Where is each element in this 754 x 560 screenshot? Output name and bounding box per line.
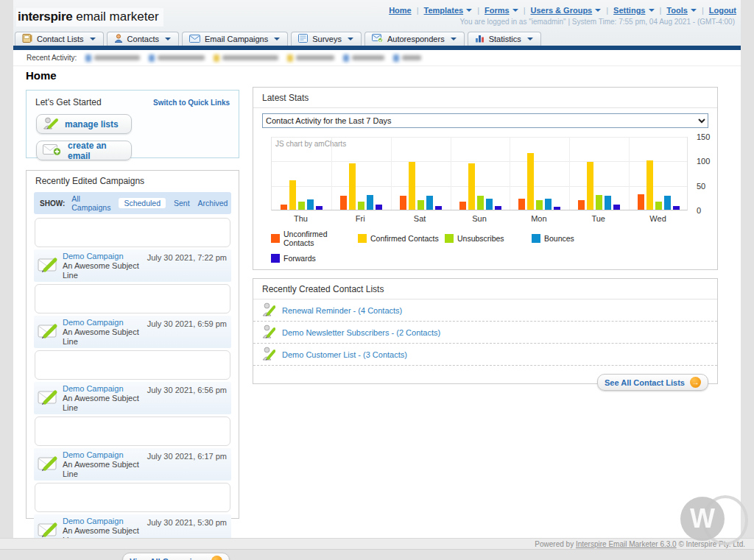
legend-swatch — [358, 234, 367, 243]
empty-campaign-slot — [35, 417, 230, 446]
recent-activity-item-redacted[interactable] — [287, 54, 334, 62]
bar-sun-unsubscribes — [477, 196, 484, 210]
toplink-settings[interactable]: Settings — [613, 6, 654, 15]
empty-campaign-slot — [35, 350, 230, 380]
recent-activity-item-text-redacted — [352, 55, 384, 60]
filter-all-campaigns[interactable]: All Campaigns — [71, 194, 110, 212]
recent-activity-item-redacted[interactable] — [214, 54, 278, 62]
recent-activity-label: Recent Activity: — [27, 54, 77, 62]
recent-activity-item-redacted[interactable] — [85, 54, 140, 62]
campaigns-list: Demo CampaignAn Awesome Subject LineJuly… — [34, 218, 231, 547]
switch-to-quick-links-link[interactable]: Switch to Quick Links — [153, 99, 230, 107]
campaign-date: July 30 2021, 6:56 pm — [147, 386, 227, 394]
gridline-x — [569, 137, 570, 210]
toplink-tools[interactable]: Tools — [666, 6, 697, 15]
statistics-icon — [475, 34, 485, 44]
create-email-button[interactable]: create an email — [36, 141, 132, 160]
bar-fri-unsubscribes — [358, 202, 364, 210]
toplink-home[interactable]: Home — [389, 6, 412, 15]
stats-period-select[interactable]: Contact Activity for the Last 7 Days — [262, 113, 708, 128]
stats-panel-title: Latest Stats — [253, 88, 717, 108]
contact-list-link-renewal-reminder[interactable]: Renewal Reminder - (4 Contacts) — [282, 306, 402, 315]
page-title: Home — [26, 69, 57, 82]
bar-mon-forwards — [554, 207, 560, 210]
gridline-x — [629, 137, 630, 210]
recent-activity-item-icon — [85, 54, 91, 62]
empty-campaign-slot — [35, 284, 230, 313]
view-all-campaigns-button[interactable]: View All Campaigns → — [122, 553, 230, 560]
gridline-y-100 — [272, 161, 687, 162]
campaign-info: Demo CampaignAn Awesome Subject Line — [63, 384, 147, 413]
filter-scheduled[interactable]: Scheduled — [119, 198, 166, 208]
campaign-name-link[interactable]: Demo Campaign — [63, 517, 147, 526]
bar-mon-confirmed-contacts — [527, 153, 534, 210]
tab-label: Contacts — [127, 35, 159, 43]
chart-plot: JS chart by amCharts — [271, 137, 688, 210]
gridline-x — [451, 137, 451, 210]
campaign-name-link[interactable]: Demo Campaign — [63, 384, 147, 394]
campaign-name-link[interactable]: Demo Campaign — [63, 318, 147, 327]
person-pencil-icon — [262, 325, 275, 340]
tab-email-campaigns[interactable]: Email Campaigns — [182, 32, 288, 46]
recent-activity-item-redacted[interactable] — [393, 54, 421, 62]
campaigns-filter-bar: SHOW: All CampaignsScheduledSentArchived — [34, 192, 231, 214]
empty-campaign-slot — [35, 218, 230, 247]
recent-activity-item-text-redacted — [296, 55, 334, 60]
person-pencil-icon — [262, 302, 275, 318]
arrow-right-icon: → — [211, 556, 222, 560]
bar-wed-bounces — [664, 196, 671, 210]
main-nav-tabs: Contact ListsContactsEmail CampaignsSurv… — [15, 32, 541, 46]
toplink-templates[interactable]: Templates — [424, 6, 473, 15]
contact-list-link-demo-customer-list[interactable]: Demo Customer List - (3 Contacts) — [282, 350, 407, 359]
login-status: You are logged in as "iemadmin" | System… — [460, 18, 735, 26]
logo-rest-text: email marketer — [72, 10, 158, 24]
tab-statistics[interactable]: Statistics — [468, 32, 541, 46]
legend-label: Confirmed Contacts — [370, 234, 439, 243]
contact-list-link-demo-newsletter-subscribers[interactable]: Demo Newsletter Subscribers - (2 Contact… — [282, 328, 440, 337]
bar-thu-unsubscribes — [298, 202, 305, 210]
chevron-down-icon — [348, 38, 353, 40]
tab-contacts[interactable]: Contacts — [107, 32, 179, 46]
campaign-subject: An Awesome Subject Line — [63, 460, 147, 479]
campaign-envelope-icon — [38, 257, 58, 276]
bar-tue-confirmed-contacts — [587, 162, 593, 210]
recent-activity-item-icon — [287, 54, 293, 62]
get-started-panel: Let's Get Started Switch to Quick Links … — [26, 90, 239, 158]
chevron-down-icon — [595, 9, 601, 12]
toplink-forms[interactable]: Forms — [485, 6, 518, 15]
recent-activity-item-redacted[interactable] — [149, 54, 205, 62]
tab-contact-lists[interactable]: Contact Lists — [15, 32, 104, 46]
recent-activity-item-redacted[interactable] — [343, 54, 384, 62]
filter-archived[interactable]: Archived — [198, 199, 228, 208]
manage-lists-button[interactable]: manage lists — [36, 114, 132, 134]
filter-sent[interactable]: Sent — [174, 199, 190, 208]
x-axis-label-sun: Sun — [450, 214, 510, 223]
bar-sun-bounces — [486, 199, 493, 210]
chevron-down-icon — [691, 9, 697, 12]
x-axis-label-thu: Thu — [271, 214, 331, 223]
bar-sat-forwards — [435, 206, 442, 210]
get-started-title: Let's Get Started — [35, 97, 102, 107]
chevron-down-icon — [512, 9, 518, 12]
see-all-contact-lists-button[interactable]: See All Contact Lists → — [597, 374, 708, 391]
interspire-version-link[interactable]: Interspire Email Marketer 6.3.0 — [576, 540, 677, 548]
toplink-logout[interactable]: Logout — [709, 6, 736, 15]
tab-autoresponders[interactable]: Autoresponders — [364, 32, 465, 46]
recent-activity-item-text-redacted — [222, 55, 278, 60]
contact-list-item: Demo Newsletter Subscribers - (2 Contact… — [253, 322, 717, 344]
bar-wed-confirmed-contacts — [646, 160, 653, 210]
bar-sun-unconfirmed-contacts — [459, 202, 466, 210]
empty-campaign-slot — [35, 483, 230, 512]
tab-surveys[interactable]: Surveys — [291, 32, 362, 46]
chart-legend: Unconfirmed ContactsConfirmed ContactsUn… — [271, 230, 639, 263]
campaigns-panel-title: Recently Edited Campaigns — [27, 171, 239, 191]
legend-item-confirmed-contacts: Confirmed Contacts — [358, 230, 445, 247]
recently-created-contact-lists-panel: Recently Created Contact Lists Renewal R… — [253, 278, 718, 384]
campaign-name-link[interactable]: Demo Campaign — [63, 252, 147, 261]
toplink-users-groups[interactable]: Users & Groups — [530, 6, 601, 15]
campaign-name-link[interactable]: Demo Campaign — [63, 450, 147, 460]
tab-label: Contact Lists — [37, 35, 84, 43]
chevron-down-icon — [649, 9, 655, 12]
contact-icon — [114, 34, 123, 44]
campaign-envelope-icon — [38, 456, 58, 475]
